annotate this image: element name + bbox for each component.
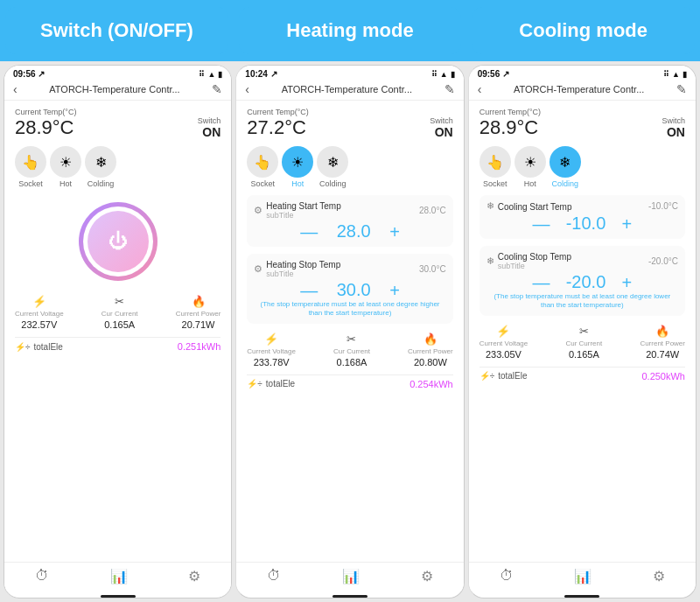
- mode-socket-3[interactable]: 👆 Socket: [480, 146, 511, 188]
- cooling-stop-subtitle: subTitle: [498, 262, 571, 270]
- total-ele-label-2: totalEle: [266, 379, 295, 388]
- mode-cold-3[interactable]: ❄ Colding: [550, 146, 581, 188]
- nav-settings-3[interactable]: ⚙: [653, 568, 665, 584]
- power-ring-1: ⏻: [79, 202, 158, 281]
- edit-button-1[interactable]: ✎: [212, 82, 222, 96]
- voltage-value-2: 233.78V: [254, 357, 290, 368]
- current-label-3: Cur Current: [565, 340, 602, 347]
- mode-socket-2[interactable]: 👆 Socket: [247, 146, 278, 188]
- socket-label-2: Socket: [251, 179, 276, 188]
- cooling-stop-current: -20.0°C: [648, 256, 678, 266]
- header-heating-label: Heating mode: [286, 19, 413, 42]
- voltage-icon-1: ⚡: [32, 295, 46, 308]
- temp-label-3: Current Temp(°C): [480, 108, 541, 116]
- cooling-start-title: Cooling Start Temp: [498, 202, 572, 212]
- nav-chart-2[interactable]: 📊: [342, 568, 360, 584]
- mode-cold-1[interactable]: ❄ Colding: [85, 146, 116, 188]
- temp-label-group-2: Current Temp(°C) 27.2°C: [247, 108, 308, 139]
- cold-icon-circle-3: ❄: [550, 146, 581, 178]
- cooling-stop-minus[interactable]: —: [532, 274, 550, 291]
- heating-start-header: ⚙ Heating Start Temp subTitle 28.0°C: [254, 200, 445, 220]
- cooling-stop-value: -20.0: [564, 272, 607, 292]
- heating-stop-text: Heating Stop Temp subTitle: [266, 259, 340, 278]
- nav-chart-1[interactable]: 📊: [110, 568, 128, 584]
- mode-socket-1[interactable]: 👆 Socket: [15, 146, 46, 188]
- phone-heating: 10:24 ↗ ⠿ ▲ ▮ ‹ ATORCH-Temperature Contr…: [235, 65, 464, 598]
- switch-value-3: ON: [667, 125, 685, 139]
- edit-button-3[interactable]: ✎: [676, 82, 687, 96]
- nav-settings-1[interactable]: ⚙: [188, 568, 200, 584]
- temp-label-2: Current Temp(°C): [247, 108, 308, 116]
- stat-power-2: 🔥 Current Power 20.80W: [408, 332, 453, 368]
- cooling-stop-plus[interactable]: +: [621, 274, 632, 291]
- cooling-stop-title-group: ❄ Cooling Stop Temp subTitle: [486, 251, 571, 270]
- bottom-nav-2: ⏱ 📊 ⚙: [236, 562, 463, 592]
- cooling-stop-adjust: — -20.0 +: [486, 272, 678, 292]
- cold-label-1: Colding: [88, 179, 115, 188]
- stat-power-3: 🔥 Current Power 20.74W: [640, 325, 685, 360]
- mode-icons-row-3: 👆 Socket ☀ Hot ❄ Colding: [480, 146, 685, 188]
- cooling-start-minus[interactable]: —: [532, 215, 550, 233]
- current-value-2: 0.168A: [337, 357, 368, 368]
- bottom-bar-3: [564, 595, 599, 598]
- phones-row: 09:56 ↗ ⠿ ▲ ▮ ‹ ATORCH-Temperature Contr…: [0, 61, 700, 602]
- power-button-1[interactable]: ⏻: [88, 211, 149, 272]
- mode-hot-1[interactable]: ☀ Hot: [50, 146, 81, 188]
- power-value-1: 20.71W: [182, 319, 215, 330]
- cooling-start-current: -10.0°C: [648, 201, 678, 211]
- cold-label-3: Colding: [551, 179, 578, 188]
- status-icons-1: ⠿ ▲ ▮: [199, 70, 222, 79]
- mode-cold-2[interactable]: ❄ Colding: [317, 146, 348, 188]
- temp-label-group-1: Current Temp(°C) 28.9°C: [15, 108, 76, 139]
- total-ele-value-2: 0.254kWh: [410, 379, 453, 389]
- power-label-3: Current Power: [640, 340, 685, 347]
- current-value-1: 0.165A: [104, 319, 135, 330]
- total-ele-row-3: ⚡÷ totalEle 0.250kWh: [480, 367, 685, 382]
- heating-stop-minus[interactable]: —: [300, 282, 318, 299]
- cooling-start-plus[interactable]: +: [621, 215, 632, 233]
- switch-group-3: Switch ON: [662, 116, 685, 139]
- heating-stop-plus[interactable]: +: [389, 282, 400, 299]
- edit-button-2[interactable]: ✎: [444, 82, 455, 96]
- cold-icon-circle-2: ❄: [317, 146, 348, 178]
- cooling-stop-header: ❄ Cooling Stop Temp subTitle -20.0°C: [486, 251, 678, 270]
- heating-start-plus[interactable]: +: [389, 223, 400, 241]
- cooling-start-icon: ❄: [486, 200, 494, 212]
- status-bar-2: 10:24 ↗ ⠿ ▲ ▮: [236, 66, 463, 80]
- cooling-start-section: ❄ Cooling Start Temp -10.0°C — -10.0 +: [480, 195, 685, 239]
- cooling-stop-title: Cooling Stop Temp: [498, 252, 571, 262]
- stat-voltage-2: ⚡ Current Voltage 233.78V: [247, 332, 296, 368]
- temp-value-1: 28.9°C: [15, 116, 76, 139]
- nav-bar-2: ‹ ATORCH-Temperature Contr... ✎: [236, 80, 463, 101]
- heating-start-minus[interactable]: —: [300, 223, 318, 241]
- header-cooling-label: Cooling mode: [519, 19, 648, 42]
- stat-voltage-3: ⚡ Current Voltage 233.05V: [480, 325, 528, 360]
- header-switch-label: Switch (ON/OFF): [40, 19, 193, 42]
- current-icon-3: ✂: [579, 325, 589, 338]
- nav-chart-3[interactable]: 📊: [574, 568, 592, 584]
- heating-stop-header: ⚙ Heating Stop Temp subTitle 30.0°C: [254, 259, 445, 278]
- nav-settings-2[interactable]: ⚙: [421, 568, 433, 584]
- mode-hot-2[interactable]: ☀ Hot: [282, 146, 313, 188]
- total-ele-icon-2: ⚡÷: [247, 379, 262, 388]
- nav-bar-3: ‹ ATORCH-Temperature Contr... ✎: [469, 80, 696, 101]
- nav-clock-3[interactable]: ⏱: [500, 568, 514, 584]
- stats-row-3: ⚡ Current Voltage 233.05V ✂ Cur Current …: [480, 325, 685, 360]
- socket-icon-circle-1: 👆: [15, 146, 46, 178]
- heating-start-current: 28.0°C: [419, 206, 446, 215]
- nav-clock-1[interactable]: ⏱: [35, 568, 49, 584]
- signal-icon-2: ⠿: [431, 70, 438, 79]
- power-label-1: Current Power: [176, 310, 221, 318]
- mode-hot-3[interactable]: ☀ Hot: [514, 146, 546, 188]
- heating-stop-warning: (The stop temperature must be at least o…: [254, 300, 445, 318]
- bottom-bar-2: [332, 595, 368, 598]
- voltage-value-1: 232.57V: [21, 319, 57, 330]
- nav-clock-2[interactable]: ⏱: [267, 568, 281, 584]
- temp-switch-row-2: Current Temp(°C) 27.2°C Switch ON: [247, 108, 452, 139]
- voltage-icon-3: ⚡: [496, 325, 510, 338]
- heating-stop-icon: ⚙: [254, 263, 262, 275]
- stat-current-1: ✂ Cur Current 0.165A: [102, 295, 138, 330]
- cold-icon-circle-1: ❄: [85, 146, 116, 178]
- temp-label-group-3: Current Temp(°C) 28.9°C: [480, 108, 541, 139]
- heating-stop-subtitle: subTitle: [266, 270, 340, 278]
